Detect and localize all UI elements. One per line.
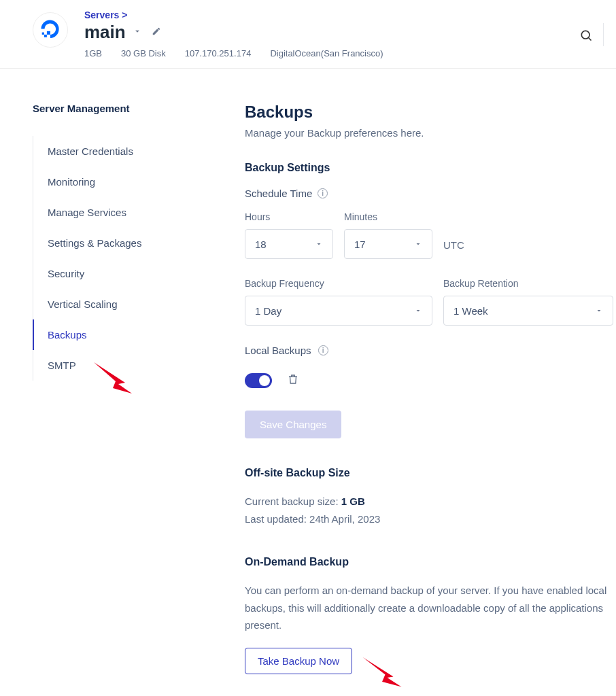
hours-select[interactable]: 18 xyxy=(245,229,333,259)
chevron-down-icon[interactable] xyxy=(133,27,142,39)
server-title: main xyxy=(84,22,126,43)
svg-line-4 xyxy=(589,38,592,41)
sidebar-item-backups[interactable]: Backups xyxy=(33,319,213,350)
provider-logo xyxy=(33,12,68,48)
sidebar-item-master-credentials[interactable]: Master Credentials xyxy=(33,136,213,167)
utc-label: UTC xyxy=(443,239,464,259)
minutes-select[interactable]: 17 xyxy=(344,229,432,259)
local-backups-toggle[interactable] xyxy=(245,373,272,388)
backup-frequency-select[interactable]: 1 Day xyxy=(245,296,432,326)
ondemand-heading: On-Demand Backup xyxy=(245,556,616,568)
offsite-updated: Last updated: 24th April, 2023 xyxy=(245,513,380,525)
chevron-down-icon xyxy=(414,239,422,250)
chevron-down-icon xyxy=(414,305,422,317)
offsite-heading: Off-site Backup Size xyxy=(245,467,616,479)
sidebar-title: Server Management xyxy=(33,103,213,114)
page-subtitle: Manage your Backup preferences here. xyxy=(245,127,616,139)
server-disk: 30 GB Disk xyxy=(121,48,166,58)
server-provider: DigitalOcean(San Francisco) xyxy=(270,48,383,58)
page-title: Backups xyxy=(245,103,616,122)
trash-icon[interactable] xyxy=(287,372,299,389)
svg-rect-0 xyxy=(47,31,50,35)
backup-retention-label: Backup Retention xyxy=(443,278,613,289)
sidebar-item-security[interactable]: Security xyxy=(33,258,213,289)
sidebar-item-monitoring[interactable]: Monitoring xyxy=(33,167,213,197)
backup-retention-select[interactable]: 1 Week xyxy=(443,296,613,326)
sidebar-item-smtp[interactable]: SMTP xyxy=(33,350,213,381)
backup-retention-value: 1 Week xyxy=(454,305,488,317)
schedule-time-label: Schedule Time xyxy=(245,188,312,199)
backup-frequency-label: Backup Frequency xyxy=(245,278,432,289)
minutes-value: 17 xyxy=(354,239,366,250)
sidebar-item-settings-packages[interactable]: Settings & Packages xyxy=(33,228,213,258)
svg-rect-1 xyxy=(44,35,47,37)
local-backups-label: Local Backups xyxy=(245,345,311,356)
svg-rect-2 xyxy=(42,33,44,35)
offsite-size-label: Current backup size: xyxy=(245,495,341,507)
ondemand-text: You can perform an on-demand backup of y… xyxy=(245,582,616,634)
take-backup-now-button[interactable]: Take Backup Now xyxy=(245,648,352,674)
search-icon[interactable] xyxy=(579,29,593,45)
minutes-label: Minutes xyxy=(344,211,432,222)
server-ip: 107.170.251.174 xyxy=(185,48,252,58)
info-icon[interactable]: i xyxy=(318,345,328,355)
chevron-down-icon xyxy=(315,239,323,250)
backup-settings-heading: Backup Settings xyxy=(245,162,616,174)
svg-point-3 xyxy=(581,31,589,39)
server-ram: 1GB xyxy=(84,48,102,58)
backup-frequency-value: 1 Day xyxy=(255,305,281,317)
edit-pencil-icon[interactable] xyxy=(152,27,161,39)
hours-label: Hours xyxy=(245,211,333,222)
hours-value: 18 xyxy=(255,239,267,250)
sidebar-item-manage-services[interactable]: Manage Services xyxy=(33,197,213,228)
chevron-down-icon xyxy=(595,305,603,317)
sidebar-nav: Master Credentials Monitoring Manage Ser… xyxy=(33,136,213,381)
breadcrumb[interactable]: Servers > xyxy=(84,10,602,20)
offsite-size-value: 1 GB xyxy=(341,495,365,507)
save-changes-button[interactable]: Save Changes xyxy=(245,411,341,438)
sidebar-item-vertical-scaling[interactable]: Vertical Scaling xyxy=(33,289,213,319)
info-icon[interactable]: i xyxy=(318,188,328,198)
header-divider xyxy=(603,23,604,46)
